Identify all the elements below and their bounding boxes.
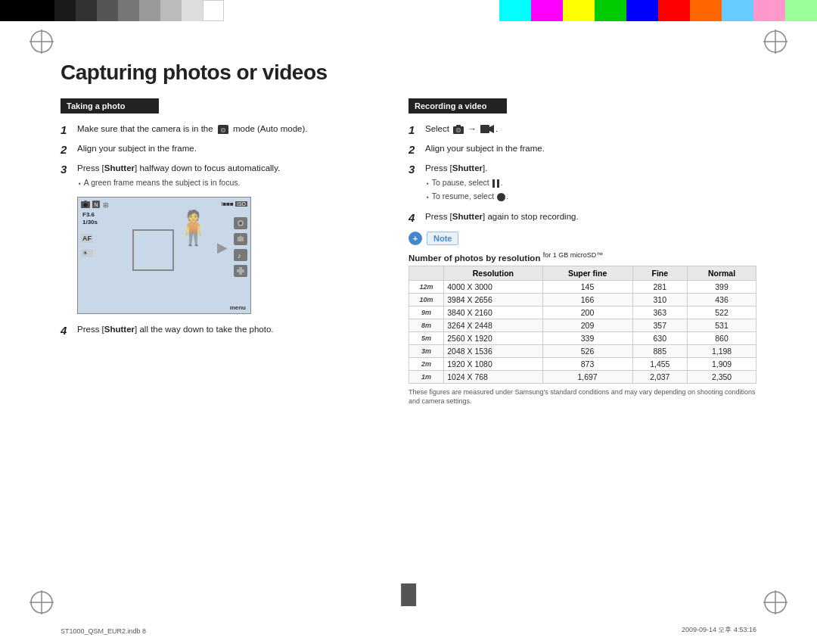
res-resolution-cell: 1024 X 768	[444, 370, 542, 383]
res-superfine-cell: 200	[542, 306, 632, 319]
res-fine-cell: 357	[632, 319, 688, 331]
step-num-2: 2	[61, 142, 77, 156]
res-normal-cell: 436	[688, 293, 756, 306]
footer-right: 2009-09-14 오후 4:53:16	[682, 625, 756, 635]
svg-marker-26	[239, 235, 242, 237]
res-icon-cell: 2m	[409, 357, 444, 370]
select-camera-icon	[453, 125, 464, 134]
step-3-recording-bullets: ▪ To pause, select .	[425, 177, 508, 203]
page-footer: ST1000_QSM_EUR2.indb 8 2009-09-14 오후 4:5…	[0, 625, 817, 635]
res-normal-cell: 1,198	[688, 344, 756, 357]
registration-mark-br	[760, 587, 791, 618]
svg-text:⊞: ⊞	[103, 201, 109, 208]
svg-rect-17	[84, 201, 87, 202]
res-normal-cell: 2,350	[688, 370, 756, 383]
table-row: 5m 2560 X 1920 339 630 860	[409, 331, 756, 344]
table-row: 3m 2048 X 1536 526 885 1,198	[409, 344, 756, 357]
resolution-subtitle: for 1 GB microSD™	[543, 251, 604, 259]
res-normal-cell: 1,909	[688, 357, 756, 370]
step-num-r2: 2	[408, 142, 425, 156]
registration-mark-tr	[760, 26, 791, 57]
col-resolution: Resolution	[444, 266, 542, 280]
table-row: 9m 3840 X 2160 200 363 522	[409, 306, 756, 319]
step-num-3: 3	[61, 162, 77, 176]
svg-point-33	[457, 129, 460, 132]
step-1-text: Make sure that the camera is in the mode…	[77, 123, 307, 135]
stop-icon	[497, 193, 505, 201]
res-icon-cell: 9m	[409, 306, 444, 319]
page-title: Capturing photos or videos	[61, 61, 756, 85]
right-column: Recording a video 1 Select →	[408, 98, 756, 406]
svg-rect-34	[480, 125, 489, 133]
res-fine-cell: 1,455	[632, 357, 688, 370]
note-box: + Note	[408, 232, 756, 245]
table-row: 10m 3984 X 2656 166 310 436	[409, 293, 756, 306]
table-note: These figures are measured under Samsung…	[408, 387, 756, 406]
svg-rect-31	[456, 125, 461, 127]
table-row: 2m 1920 X 1080 873 1,455 1,909	[409, 357, 756, 370]
svg-point-24	[239, 222, 242, 225]
res-fine-cell: 2,037	[632, 370, 688, 383]
res-superfine-cell: 526	[542, 344, 632, 357]
taking-photo-header: Taking a photo	[61, 98, 159, 114]
step-4-text: Press [Shutter] all the way down to take…	[77, 323, 274, 336]
resolution-table: Resolution Super fine Fine Normal 12m 40…	[408, 266, 756, 384]
step-2-text: Align your subject in the frame.	[77, 142, 197, 155]
step-4-recording-text: Press [Shutter] again to stop recording.	[425, 210, 579, 223]
step-2-recording: 2 Align your subject in the frame.	[408, 142, 756, 156]
res-resolution-cell: 3840 X 2160	[444, 306, 542, 319]
res-resolution-cell: 3984 X 2656	[444, 293, 542, 306]
svg-rect-29	[239, 267, 242, 275]
res-normal-cell: 531	[688, 319, 756, 331]
registration-mark-bl	[26, 587, 57, 618]
svg-marker-35	[489, 125, 494, 133]
bullet-resume: ▪ To resume, select .	[427, 191, 508, 203]
step-1-recording: 1 Select →	[408, 123, 756, 136]
resolution-title: Number of photos by resolution for 1 GB …	[408, 251, 756, 263]
step-4-recording: 4 Press [Shutter] again to stop recordin…	[408, 210, 756, 224]
table-row: 8m 3264 X 2448 209 357 531	[409, 319, 756, 331]
svg-text:♪: ♪	[238, 252, 241, 259]
res-resolution-cell: 4000 X 3000	[444, 280, 542, 293]
bullet-green-frame: ▪ A green frame means the subject is in …	[79, 177, 280, 189]
res-icon-cell: 1m	[409, 370, 444, 383]
left-column: Taking a photo 1 Make sure that the came…	[61, 98, 378, 406]
res-resolution-cell: 3264 X 2448	[444, 319, 542, 331]
res-superfine-cell: 339	[542, 331, 632, 344]
res-fine-cell: 281	[632, 280, 688, 293]
step-3-recording: 3 Press [Shutter]. ▪ To pause, select	[408, 162, 756, 204]
res-icon-cell: 12m	[409, 280, 444, 293]
step-3-bullets: ▪ A green frame means the subject is in …	[77, 177, 280, 189]
svg-rect-37	[497, 179, 499, 188]
resume-bullet-marker: ▪	[427, 193, 429, 202]
table-row: 12m 4000 X 3000 145 281 399	[409, 280, 756, 293]
bullet-marker: ▪	[79, 179, 81, 188]
camera-screen-image: N ⊞ I■■■ ISO F3.6 1/30s 🧍	[77, 197, 251, 314]
note-label: Note	[427, 232, 458, 245]
step-num-r4: 4	[408, 210, 425, 224]
res-icon-cell: 10m	[409, 293, 444, 306]
page-number-area: 8	[405, 594, 412, 606]
res-fine-cell: 310	[632, 293, 688, 306]
step-3-recording-text: Press [Shutter]. ▪ To pause, select	[425, 162, 508, 204]
camera-screen: N ⊞ I■■■ ISO F3.6 1/30s 🧍	[78, 198, 250, 313]
pause-icon	[492, 179, 500, 188]
step-num-4: 4	[61, 323, 77, 337]
svg-rect-36	[492, 179, 495, 188]
res-icon-cell: 8m	[409, 319, 444, 331]
bullet-pause: ▪ To pause, select .	[427, 177, 508, 189]
step-2-recording-text: Align your subject in the frame.	[425, 142, 545, 155]
svg-text:N: N	[94, 202, 98, 207]
svg-rect-13	[221, 125, 225, 127]
res-icon-cell: 3m	[409, 344, 444, 357]
table-row: 1m 1024 X 768 1,697 2,037 2,350	[409, 370, 756, 383]
res-normal-cell: 860	[688, 331, 756, 344]
res-resolution-cell: 2560 X 1920	[444, 331, 542, 344]
col-superfine: Super fine	[542, 266, 632, 280]
note-icon: + Note	[408, 232, 458, 245]
recording-video-header: Recording a video	[408, 98, 507, 114]
res-resolution-cell: 1920 X 1080	[444, 357, 542, 370]
col-fine: Fine	[632, 266, 688, 280]
svg-rect-25	[238, 237, 244, 241]
step-1-taking: 1 Make sure that the camera is in the mo…	[61, 123, 378, 136]
